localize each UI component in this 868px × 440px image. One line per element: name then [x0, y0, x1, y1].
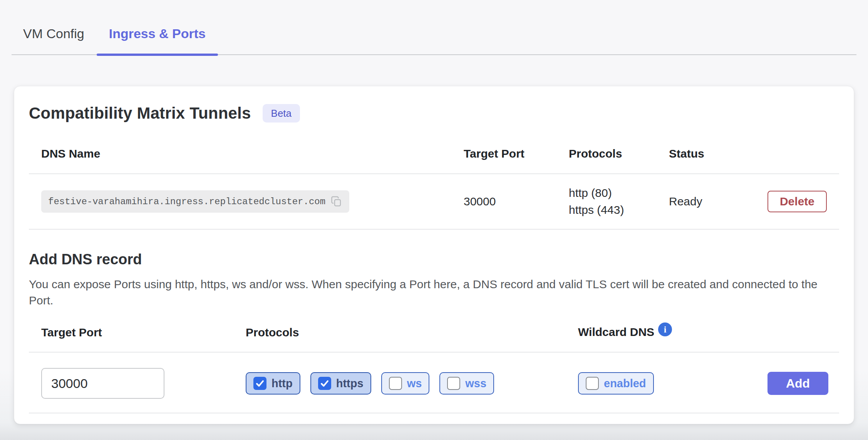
card-title: Compatibility Matrix Tunnels: [29, 104, 251, 123]
checkbox-box: [586, 377, 599, 390]
row-protocol-http: http (80): [569, 186, 669, 200]
checkbox-ws[interactable]: ws: [381, 372, 430, 395]
add-dns-form-row: http https ws: [29, 353, 839, 413]
table-header-row: DNS Name Target Port Protocols Status: [29, 147, 839, 174]
row-protocols: http (80) https (443): [569, 186, 669, 217]
dns-name-pill: festive-varahamihira.ingress.replicatedc…: [41, 190, 349, 213]
column-header-status: Status: [669, 147, 827, 160]
protocol-checkbox-group: http https ws: [246, 372, 578, 395]
info-icon[interactable]: i: [658, 322, 672, 336]
add-button[interactable]: Add: [767, 372, 828, 395]
column-header-target-port: Target Port: [464, 147, 569, 160]
column-header-dns-name: DNS Name: [41, 147, 464, 160]
checkbox-box: [253, 377, 266, 390]
tunnels-card: Compatibility Matrix Tunnels Beta DNS Na…: [14, 86, 854, 424]
checkbox-box: [447, 377, 460, 390]
checkbox-https[interactable]: https: [310, 372, 371, 395]
label-protocols: Protocols: [246, 326, 578, 339]
label-target-port: Target Port: [41, 326, 246, 339]
beta-badge: Beta: [263, 104, 300, 123]
row-target-port: 30000: [464, 195, 569, 208]
tab-ingress-ports[interactable]: Ingress & Ports: [97, 26, 218, 54]
row-protocol-https: https (443): [569, 203, 669, 217]
card-title-row: Compatibility Matrix Tunnels Beta: [29, 86, 839, 123]
checkbox-wss[interactable]: wss: [439, 372, 494, 395]
checkbox-enabled-label: enabled: [604, 378, 646, 389]
checkbox-box: [318, 377, 331, 390]
dns-name-value: festive-varahamihira.ingress.replicatedc…: [48, 196, 325, 207]
table-row: festive-varahamihira.ingress.replicatedc…: [29, 174, 839, 230]
column-header-protocols: Protocols: [569, 147, 669, 160]
add-dns-heading: Add DNS record: [29, 251, 839, 268]
checkbox-wss-label: wss: [465, 378, 486, 389]
copy-icon[interactable]: [331, 196, 342, 207]
tab-bar: VM Config Ingress & Ports: [12, 0, 856, 55]
checkbox-https-label: https: [336, 378, 364, 389]
delete-button[interactable]: Delete: [767, 191, 827, 212]
checkbox-http-label: http: [271, 378, 293, 389]
target-port-input[interactable]: [41, 368, 164, 399]
checkbox-wildcard-enabled[interactable]: enabled: [578, 372, 654, 395]
row-status: Ready: [669, 195, 767, 208]
card-footer: [29, 413, 839, 424]
add-dns-description: You can expose Ports using http, https, …: [29, 276, 826, 309]
checkbox-http[interactable]: http: [246, 372, 300, 395]
form-label-row: Target Port Protocols Wildcard DNS i: [29, 326, 839, 353]
tab-vm-config[interactable]: VM Config: [11, 26, 97, 54]
label-wildcard-dns: Wildcard DNS: [578, 326, 654, 339]
checkbox-ws-label: ws: [407, 378, 422, 389]
checkbox-box: [389, 377, 402, 390]
